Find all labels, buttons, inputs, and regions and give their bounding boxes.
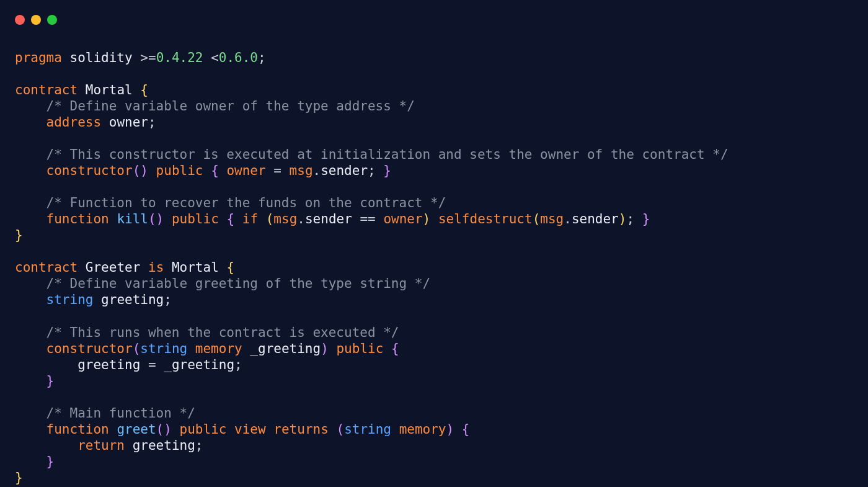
code-token: = <box>140 357 164 372</box>
code-token: 0.6.0 <box>219 50 258 65</box>
code-token <box>15 325 46 340</box>
code-line: } <box>15 470 853 486</box>
code-token: msg <box>273 212 297 226</box>
code-token <box>109 422 117 437</box>
code-line: constructor(string memory _greeting) pub… <box>15 341 853 357</box>
code-token: { <box>226 260 234 275</box>
code-token <box>15 341 46 356</box>
code-token: () <box>148 212 164 226</box>
code-token: ; <box>148 115 156 130</box>
code-line <box>15 243 853 259</box>
code-token <box>140 260 148 275</box>
code-token: /* Function to recover the funds on the … <box>46 195 446 210</box>
code-token: ) <box>321 341 329 356</box>
code-token: is <box>148 260 164 275</box>
code-line: constructor() public { owner = msg.sende… <box>15 163 853 179</box>
code-token: public <box>172 212 219 226</box>
code-line <box>15 179 853 195</box>
maximize-icon[interactable] <box>47 15 57 25</box>
code-token <box>242 341 250 356</box>
code-token: msg <box>290 163 313 178</box>
code-token <box>15 212 46 226</box>
code-token: greeting <box>133 438 195 453</box>
code-token <box>15 438 78 453</box>
code-token <box>454 422 462 437</box>
code-token: constructor <box>46 341 133 356</box>
code-token: } <box>15 228 23 243</box>
code-token <box>219 212 227 226</box>
code-token <box>203 50 211 65</box>
code-token <box>15 115 46 130</box>
code-token: () <box>156 422 172 437</box>
code-token: . <box>564 212 572 226</box>
code-token: greet <box>117 422 156 437</box>
code-line: return greeting; <box>15 437 853 453</box>
code-token <box>78 260 86 275</box>
code-line: } <box>15 453 853 470</box>
code-token <box>219 260 227 275</box>
code-token: } <box>383 163 391 178</box>
code-token <box>383 341 391 356</box>
code-token: sender <box>572 212 619 226</box>
code-line <box>15 66 853 82</box>
code-token: solidity <box>70 50 133 65</box>
code-token: /* Define variable greeting of the type … <box>46 276 431 291</box>
minimize-icon[interactable] <box>31 15 41 25</box>
code-token: string <box>344 422 391 437</box>
code-token: memory <box>399 422 446 437</box>
code-token: } <box>15 470 23 485</box>
code-line: greeting = _greeting; <box>15 357 853 373</box>
code-token <box>15 357 78 372</box>
code-editor-window: pragma solidity >=0.4.22 <0.6.0; contrac… <box>0 0 868 487</box>
code-token <box>101 115 109 130</box>
code-token: ; <box>258 50 266 65</box>
code-token: public <box>180 422 227 437</box>
code-token: /* This runs when the contract is execut… <box>46 325 399 340</box>
code-token <box>15 422 46 437</box>
code-token: selfdestruct <box>438 212 533 226</box>
code-token <box>172 422 180 437</box>
code-token: owner <box>109 115 148 130</box>
code-line: string greeting; <box>15 292 853 308</box>
code-line: contract Greeter is Mortal { <box>15 259 853 275</box>
code-line: /* Main function */ <box>15 405 853 421</box>
code-token <box>164 212 172 226</box>
code-token: kill <box>117 212 148 226</box>
code-token: string <box>46 292 94 307</box>
code-line: } <box>15 227 853 243</box>
code-token: ; <box>234 357 242 372</box>
code-token <box>93 292 101 307</box>
code-token: Mortal <box>86 83 133 97</box>
code-token: ; <box>626 212 642 226</box>
close-icon[interactable] <box>15 15 25 25</box>
code-token <box>15 292 46 307</box>
code-token: return <box>78 438 125 453</box>
code-token: greeting <box>78 357 140 372</box>
code-token: view <box>234 422 266 437</box>
code-token <box>62 50 70 65</box>
code-token: ( <box>336 422 344 437</box>
code-token: ) <box>423 212 431 226</box>
code-area[interactable]: pragma solidity >=0.4.22 <0.6.0; contrac… <box>0 25 868 487</box>
code-line <box>15 308 853 324</box>
code-token: Mortal <box>172 260 219 275</box>
code-token: _greeting <box>164 357 234 372</box>
code-token <box>329 341 337 356</box>
code-token: ( <box>266 212 274 226</box>
code-token: ; <box>195 438 203 453</box>
code-token: < <box>211 50 219 65</box>
code-token: public <box>156 163 203 178</box>
code-token: returns <box>273 422 329 437</box>
code-token: () <box>133 163 148 178</box>
code-token: contract <box>15 260 78 275</box>
code-line: address owner; <box>15 114 853 130</box>
code-line <box>15 130 853 146</box>
code-token <box>226 422 234 437</box>
code-token <box>329 422 337 437</box>
code-token: { <box>226 212 234 226</box>
code-token: } <box>46 454 55 469</box>
code-token: = <box>266 163 290 178</box>
code-token: } <box>642 212 650 226</box>
code-token <box>15 147 46 162</box>
code-token <box>148 163 156 178</box>
